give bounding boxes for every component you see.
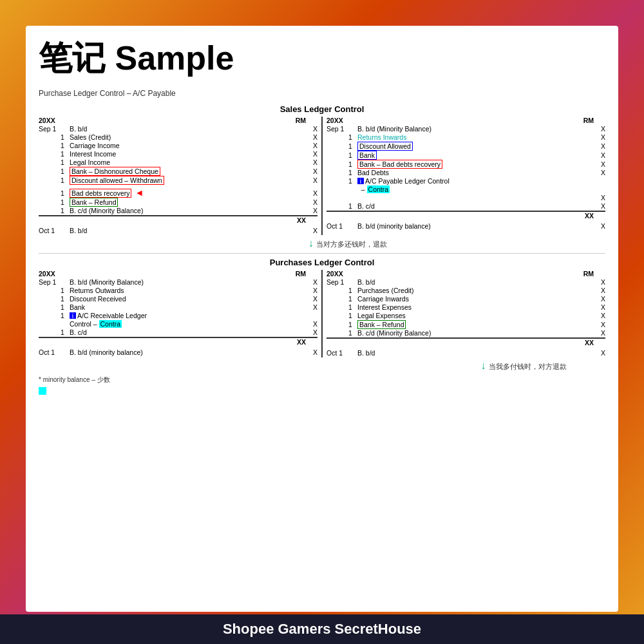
sales-left-row-4: 1 Interest Income X	[39, 150, 317, 158]
dishonoured-cheque-highlight: Bank – Dishonoured Cheque	[70, 167, 160, 176]
sales-right-row-10: 1 B. c/d X	[327, 202, 605, 211]
purchases-ledger-table: 20XX RM Sep 1 B. b/d (Minority Balance) …	[39, 270, 605, 357]
sales-right-row-1: Sep 1 B. b/d (Minority Balance) X	[327, 125, 605, 133]
sales-left-total: XX	[39, 215, 317, 224]
sales-left-header: 20XX RM	[39, 117, 317, 125]
purch-left-row-7: 1 B. c/d X	[39, 328, 317, 337]
discount-allowed-highlight: Discount Allowed	[357, 142, 413, 151]
sales-left-row-7: 1 Discount allowed – Withdrawn X	[39, 176, 317, 185]
sales-ledger-table: 20XX RM Sep 1 B. b/d X 1 Sales (Credit)	[39, 117, 605, 235]
purch-left-row-4: 1 Bank X	[39, 303, 317, 312]
purch-right-row-4: 1 Interest Expenses X	[327, 303, 605, 312]
red-arrow-icon: ◄	[135, 187, 144, 198]
sales-right-row-9: X	[327, 194, 605, 202]
purchases-left-header: 20XX RM	[39, 270, 317, 278]
minority-balance-note: * minority balance – 少数	[39, 375, 605, 384]
purch-left-footer: Oct 1 B. b/d (minority balance) X	[39, 348, 317, 357]
sales-right-footer: Oct 1 B. b/d (minority balance) X	[327, 222, 605, 231]
purchases-ledger-left: 20XX RM Sep 1 B. b/d (Minority Balance) …	[39, 270, 323, 357]
purch-right-footer: Oct 1 B. b/d X	[327, 349, 605, 357]
purch-blue-square-icon: i	[70, 312, 76, 319]
sales-left-row-2: 1 Sales (Credit) X	[39, 133, 317, 142]
bank-bad-debts-highlight: Bank – Bad debts recovery	[357, 160, 442, 169]
purch-bank-refund-highlight: Bank – Refund	[357, 320, 406, 329]
purch-left-row-6: Control – Contra X	[39, 320, 317, 328]
discount-withdrawn-highlight: Discount allowed – Withdrawn	[70, 176, 164, 185]
contra-highlight: Contra	[367, 185, 390, 193]
purch-right-row-2: 1 Purchases (Credit) X	[327, 287, 605, 295]
sales-left-row-6: 1 Bank – Dishonoured Cheque X	[39, 167, 317, 176]
blue-square-icon: i	[357, 178, 364, 184]
header-rm: RM	[288, 117, 306, 124]
sales-ledger-section: Sales Ledger Control 20XX RM Sep 1 B. b/…	[39, 104, 605, 249]
section-divider	[39, 253, 605, 254]
sales-annotation-wrapper: ↓ 当对方多还钱时，退款	[39, 238, 605, 249]
purch-right-row-5: 1 Legal Expenses X	[327, 312, 605, 320]
purch-annotation-wrapper: ↓ 当我多付钱时，对方退款	[39, 360, 605, 372]
purch-right-row-7: 1 B. c/d (Minority Balance) X	[327, 329, 605, 337]
purch-left-row-5: 1 iA/C Receivable Ledger	[39, 312, 317, 320]
purch-right-total: XX	[327, 337, 605, 346]
sales-left-row-9: 1 Bank – Refund X	[39, 198, 317, 207]
subtitle: Purchase Ledger Control – A/C Payable	[39, 89, 605, 98]
teal-arrow-down-icon: ↓	[308, 238, 314, 249]
purchases-ledger-title: Purchases Ledger Control	[39, 258, 605, 267]
purch-left-row-1: Sep 1 B. b/d (Minority Balance) X	[39, 278, 317, 287]
purch-contra-highlight: Contra	[99, 320, 122, 328]
purch-left-total: XX	[39, 337, 317, 346]
sales-right-row-6: 1 Bad Debts X	[327, 169, 605, 177]
purch-left-row-2: 1 Returns Outwards X	[39, 287, 317, 295]
sales-right-total: XX	[327, 211, 605, 220]
bank-refund-highlight: Bank – Refund	[70, 198, 118, 207]
sales-annotation: 当对方多还钱时，退款	[316, 240, 387, 248]
sales-right-header: 20XX RM	[327, 117, 605, 125]
purch-right-row-6: 1 Bank – Refund X	[327, 320, 605, 329]
purch-right-row-3: 1 Carriage Inwards X	[327, 295, 605, 303]
sales-left-row-5: 1 Legal Income X	[39, 158, 317, 167]
bank-highlight: Bank	[357, 151, 377, 160]
sales-left-row-8: 1 Bad debts recovery ◄ X	[39, 187, 317, 198]
purch-right-header: 20XX RM	[327, 270, 605, 278]
purch-left-row-3: 1 Discount Received X	[39, 295, 317, 303]
header-year: 20XX	[39, 117, 61, 124]
footer-bar: Shopee Gamers SecretHouse	[0, 614, 644, 644]
sales-right-row-4: 1 Bank X	[327, 151, 605, 160]
page-title: 笔记 Sample	[39, 36, 605, 81]
footer-text: Shopee Gamers SecretHouse	[223, 621, 421, 638]
sales-right-row-3: 1 Discount Allowed X	[327, 142, 605, 151]
sales-ledger-title: Sales Ledger Control	[39, 104, 605, 114]
purch-annotation: 当我多付钱时，对方退款	[489, 363, 567, 370]
teal-arrow-down2-icon: ↓	[481, 360, 486, 371]
cyan-box-indicator	[39, 387, 46, 395]
purchases-ledger-section: Purchases Ledger Control 20XX RM Sep 1 B…	[39, 258, 605, 395]
sales-right-row-2: 1 Returns Inwards X	[327, 133, 605, 142]
sales-ledger-left: 20XX RM Sep 1 B. b/d X 1 Sales (Credit)	[39, 117, 323, 235]
sales-left-row-3: 1 Carriage Income X	[39, 142, 317, 150]
bad-debts-recovery-highlight: Bad debts recovery	[70, 189, 131, 198]
purchases-ledger-right: 20XX RM Sep 1 B. b/d X 1 Purchases (Cred…	[323, 270, 605, 357]
sales-left-footer: Oct 1 B. b/d X	[39, 227, 317, 235]
purch-right-row-1: Sep 1 B. b/d X	[327, 278, 605, 287]
sales-right-row-5: 1 Bank – Bad debts recovery X	[327, 160, 605, 169]
main-container: 笔记 Sample Purchase Ledger Control – A/C …	[26, 26, 618, 612]
sales-left-row-1: Sep 1 B. b/d X	[39, 125, 317, 133]
sales-left-row-10: 1 B. c/d (Minority Balance) X	[39, 207, 317, 215]
sales-ledger-right: 20XX RM Sep 1 B. b/d (Minority Balance) …	[323, 117, 605, 235]
sales-right-row-8: – Contra	[327, 185, 605, 194]
sales-right-row-7: 1 iA/C Payable Ledger Control	[327, 177, 605, 185]
